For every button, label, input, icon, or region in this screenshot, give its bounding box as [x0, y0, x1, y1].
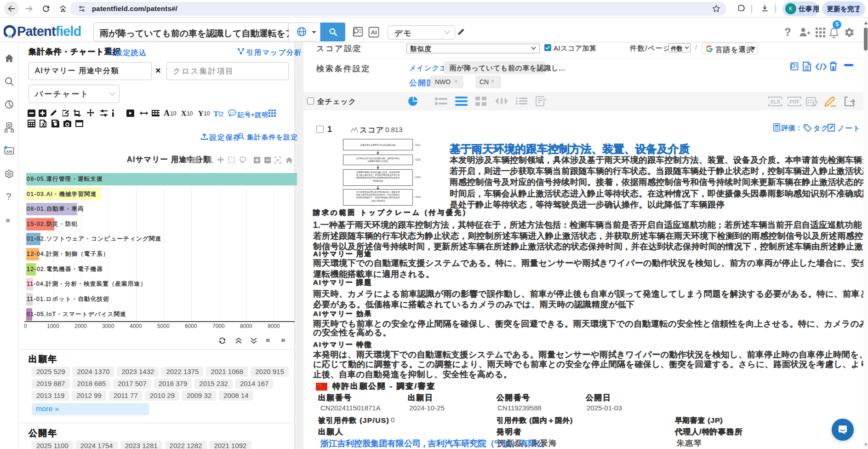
svg-text:10: 10: [187, 110, 193, 117]
svg-text:10: 10: [204, 110, 210, 117]
svg-text:AI: AI: [542, 98, 546, 102]
svg-text:PDF: PDF: [789, 99, 799, 104]
svg-text:l2: l2: [218, 110, 224, 118]
svg-text:A: A: [164, 109, 170, 117]
svg-text:AIR: AIR: [6, 150, 13, 154]
svg-text:X: X: [181, 109, 187, 117]
svg-text:AI: AI: [8, 123, 11, 127]
svg-text:AI: AI: [371, 29, 377, 36]
svg-text:10: 10: [170, 110, 177, 117]
svg-text:XLS: XLS: [770, 99, 780, 104]
svg-text:Y: Y: [198, 109, 204, 117]
